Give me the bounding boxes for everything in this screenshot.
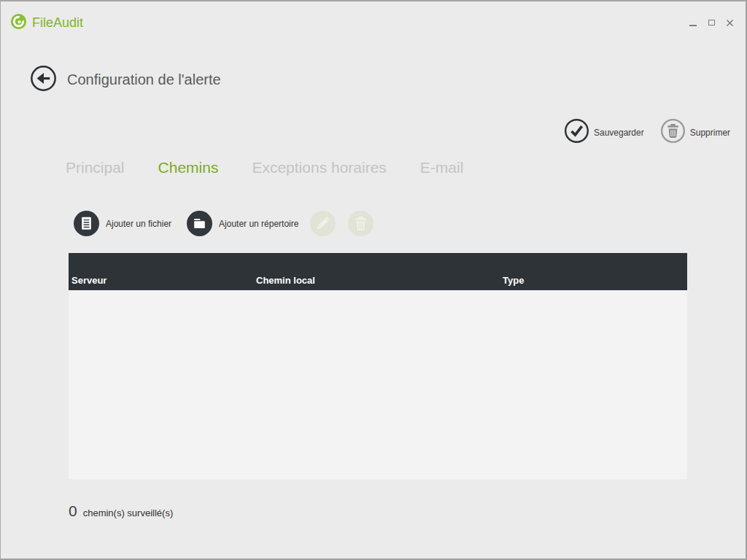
window-controls: [689, 18, 734, 27]
trash-icon: [660, 118, 686, 147]
add-directory-button[interactable]: [187, 211, 212, 236]
document-icon: [74, 211, 99, 236]
action-bar: Sauvegarder Supprimer: [564, 118, 730, 147]
add-file-label[interactable]: Ajouter un fichier: [106, 219, 171, 229]
tab-exceptions-horaires[interactable]: Exceptions horaires: [252, 159, 386, 176]
check-icon: [564, 118, 589, 147]
add-file-button[interactable]: [74, 211, 99, 236]
titlebar: FileAudit: [10, 1, 83, 44]
tab-email[interactable]: E-mail: [420, 159, 464, 176]
minimize-icon[interactable]: [689, 18, 697, 27]
folder-icon: [187, 211, 212, 236]
arrow-left-icon: [30, 65, 57, 92]
fileaudit-window: FileAudit Configuration de l'alerte: [0, 0, 747, 560]
pencil-icon: [310, 211, 336, 236]
paths-toolbar: Ajouter un fichier Ajouter un répertoire: [74, 211, 374, 236]
add-directory-label[interactable]: Ajouter un répertoire: [219, 219, 298, 229]
tab-chemins[interactable]: Chemins: [158, 159, 219, 176]
paths-table: Serveur Chemin local Type: [69, 253, 687, 479]
page-header: Configuration de l'alerte: [30, 65, 221, 95]
remove-path-button[interactable]: [348, 211, 374, 236]
column-header-type: Type: [503, 275, 687, 286]
trash-icon: [348, 211, 374, 236]
save-button-label: Sauvegarder: [594, 128, 644, 138]
fileaudit-logo-icon: [10, 13, 27, 33]
app-title: FileAudit: [32, 15, 83, 31]
close-icon[interactable]: [725, 18, 734, 27]
tab-principal[interactable]: Principal: [66, 159, 125, 176]
monitored-paths-label: chemin(s) surveillé(s): [83, 508, 174, 518]
maximize-icon[interactable]: [707, 18, 716, 27]
delete-button[interactable]: Supprimer: [660, 118, 730, 147]
column-header-serveur: Serveur: [69, 275, 256, 286]
delete-button-label: Supprimer: [690, 128, 730, 138]
column-header-chemin-local: Chemin local: [256, 275, 503, 286]
table-body[interactable]: [69, 290, 687, 479]
status-bar: 0 chemin(s) surveillé(s): [69, 502, 173, 520]
tab-bar: Principal Chemins Exceptions horaires E-…: [66, 159, 463, 176]
back-button[interactable]: [30, 65, 57, 95]
edit-path-button[interactable]: [310, 211, 336, 236]
page-title: Configuration de l'alerte: [67, 71, 221, 88]
paths-table-header: Serveur Chemin local Type: [69, 253, 687, 290]
monitored-paths-count: 0: [69, 502, 77, 520]
save-button[interactable]: Sauvegarder: [564, 118, 644, 147]
